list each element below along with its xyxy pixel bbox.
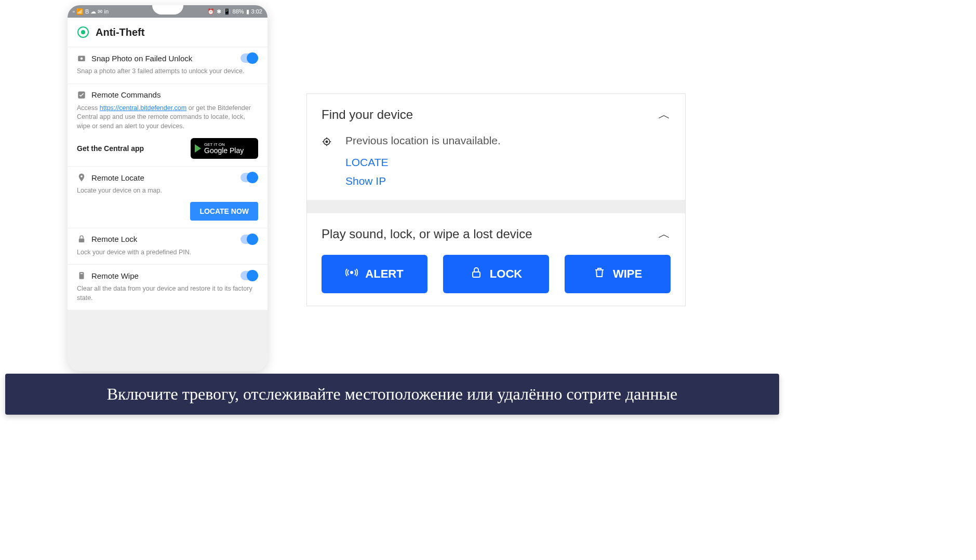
actions-section: Play sound, lock, or wipe a lost device … <box>307 213 685 306</box>
status-icons-left: ▫ 📶 B ☁ ✉ in <box>73 8 109 15</box>
play-icon <box>195 144 201 153</box>
show-ip-link[interactable]: Show IP <box>345 175 501 187</box>
svg-point-5 <box>81 175 83 177</box>
snap-photo-section: Snap Photo on Failed Unlock Snap a photo… <box>68 47 268 84</box>
locate-icon <box>77 173 86 182</box>
app-header: Anti-Theft <box>68 18 268 47</box>
commands-icon <box>77 90 86 100</box>
broadcast-icon <box>345 266 358 282</box>
actions-title: Play sound, lock, or wipe a lost device <box>322 227 532 241</box>
svg-rect-12 <box>473 272 480 277</box>
lock-toggle[interactable] <box>240 235 258 244</box>
trash-icon <box>593 266 606 282</box>
google-play-badge[interactable]: GET IT ON Google Play <box>191 138 258 159</box>
remote-wipe-desc: Clear all the data from your device and … <box>77 284 258 303</box>
anti-theft-icon <box>77 26 89 38</box>
locate-toggle[interactable] <box>240 173 258 182</box>
chevron-up-icon[interactable]: ︿ <box>658 106 671 123</box>
snap-title: Snap Photo on Failed Unlock <box>91 54 235 63</box>
alert-button[interactable]: ALERT <box>322 255 427 293</box>
battery-icon: ▮ <box>246 8 249 15</box>
lock-icon <box>470 266 483 282</box>
find-device-title: Find your device <box>322 107 413 122</box>
remote-commands-desc: Access https://central.bitdefender.com o… <box>77 104 258 131</box>
web-panel: Find your device ︿ Previous location is … <box>306 93 686 306</box>
remote-lock-desc: Lock your device with a predefined PIN. <box>77 248 258 257</box>
remote-commands-section: Remote Commands Access https://central.b… <box>68 84 268 167</box>
target-icon <box>322 136 332 147</box>
vibrate-icon: 📳 <box>223 8 231 15</box>
chevron-up-icon[interactable]: ︿ <box>658 226 671 242</box>
wipe-button[interactable]: WIPE <box>565 255 671 293</box>
wipe-toggle[interactable] <box>240 271 258 280</box>
clock: 3:02 <box>251 8 262 15</box>
lock-button[interactable]: LOCK <box>443 255 549 293</box>
remote-locate-section: Remote Locate Locate your device on a ma… <box>68 167 268 228</box>
snap-toggle[interactable] <box>240 53 258 63</box>
wipe-icon <box>77 271 86 280</box>
lock-icon <box>77 235 86 244</box>
svg-point-3 <box>81 58 83 60</box>
camera-icon <box>77 53 86 63</box>
svg-rect-8 <box>81 274 83 275</box>
remote-commands-title: Remote Commands <box>91 90 258 99</box>
battery-pct: 88% <box>233 8 244 15</box>
status-bar: ▫ 📶 B ☁ ✉ in ⏰ ✱ 📳 88% ▮ 3:02 <box>68 5 268 18</box>
panel-divider <box>307 200 685 213</box>
remote-wipe-section: Remote Wipe Clear all the data from your… <box>68 265 268 310</box>
bluetooth-icon: ✱ <box>217 8 221 15</box>
svg-rect-6 <box>79 238 85 242</box>
svg-point-1 <box>81 30 85 34</box>
central-link[interactable]: https://central.bitdefender.com <box>100 104 186 112</box>
svg-point-10 <box>326 141 327 142</box>
remote-locate-title: Remote Locate <box>91 173 235 182</box>
notch <box>152 5 183 15</box>
phone-mockup: ▫ 📶 B ☁ ✉ in ⏰ ✱ 📳 88% ▮ 3:02 Anti-Theft… <box>68 5 268 371</box>
snap-desc: Snap a photo after 3 failed attempts to … <box>77 67 258 76</box>
remote-lock-title: Remote Lock <box>91 235 235 243</box>
prev-location-text: Previous location is unavailable. <box>345 134 501 147</box>
svg-point-11 <box>351 271 353 274</box>
remote-locate-desc: Locate your device on a map. <box>77 186 258 196</box>
locate-now-button[interactable]: LOCATE NOW <box>190 202 258 221</box>
remote-wipe-title: Remote Wipe <box>91 271 235 280</box>
caption-bar: Включите тревогу, отслеживайте местополо… <box>5 374 779 415</box>
svg-rect-7 <box>79 272 84 279</box>
remote-lock-section: Remote Lock Lock your device with a pred… <box>68 228 268 265</box>
get-central-label: Get the Central app <box>77 144 144 153</box>
app-title: Anti-Theft <box>96 26 144 38</box>
alarm-icon: ⏰ <box>207 8 215 15</box>
locate-link[interactable]: LOCATE <box>345 156 501 169</box>
find-device-section: Find your device ︿ Previous location is … <box>307 94 685 200</box>
